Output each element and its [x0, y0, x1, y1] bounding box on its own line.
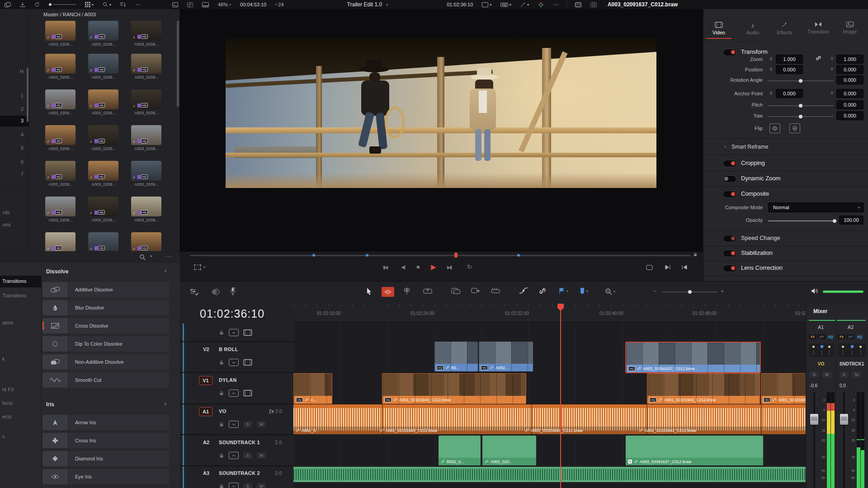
viewer-mode-icon-2[interactable] [187, 2, 193, 7]
tab-audio[interactable]: ♪ Audio [739, 22, 766, 35]
section-title-composite[interactable]: Composite [741, 190, 769, 197]
timeline-clip-v2[interactable]: HQA002... [479, 342, 533, 371]
viewer-mode-icon-3[interactable] [202, 2, 209, 7]
marquee-tool-icon[interactable]: ▾ [194, 264, 205, 270]
media-clip-thumbnail[interactable]: ♪HQ [45, 161, 75, 181]
lens-correction-toggle[interactable] [723, 265, 736, 272]
transition-item-blur-dissolve[interactable]: Blur Dissolve [42, 300, 169, 315]
bin-group-item[interactable]: rds [3, 210, 9, 215]
composite-toggle[interactable] [723, 191, 736, 198]
mixer-ch1-fader-slot[interactable] [813, 392, 815, 488]
timeline-clip-v1[interactable]: HQA001_02101943_C212.braw [382, 373, 526, 404]
transition-item-dip-to-color-dissolve[interactable]: Dip To Color Dissolve [42, 336, 169, 352]
rail-item[interactable]: ht FX [2, 387, 14, 392]
stabilization-toggle[interactable] [723, 250, 736, 257]
mixer-ch2-fader-slot[interactable] [843, 392, 845, 488]
inspector-image-panel-icon[interactable] [575, 2, 581, 7]
auto-select-icon[interactable]: ‹› [229, 483, 239, 488]
media-clip-thumbnail[interactable]: ♪HQ [45, 197, 75, 216]
transport-play-button[interactable]: ▶ [431, 263, 436, 271]
collapse-icon[interactable]: ∧ [164, 268, 167, 273]
mute-button[interactable]: M [257, 421, 266, 427]
timeline-clip-a2[interactable]: fx A003_02091637_C012.braw [626, 436, 763, 465]
dynamic-zoom-toggle[interactable] [723, 175, 736, 183]
goto-in-icon[interactable] [681, 265, 687, 270]
transition-item-cross-iris[interactable]: Cross Iris [42, 433, 169, 448]
track-a1-badge[interactable]: A1 [199, 407, 212, 416]
position-y-field[interactable]: 0.000 [836, 65, 863, 74]
lock-icon[interactable] [219, 422, 224, 427]
goto-out-icon[interactable] [665, 265, 671, 270]
media-clip-thumbnail[interactable]: ♪HQ [88, 54, 118, 74]
scrubber-marker-blue[interactable] [366, 254, 368, 257]
media-clip-thumbnail[interactable]: ♪HQ [88, 21, 118, 41]
transport-reverse-button[interactable]: ◀ [401, 264, 405, 270]
fit-to-fill-icon[interactable] [491, 287, 500, 295]
mixer-ch2-pan[interactable] [838, 343, 866, 357]
tab-image[interactable]: Image [836, 22, 863, 34]
thumbnail-size-slider[interactable] [49, 3, 76, 6]
lock-icon[interactable] [219, 360, 224, 365]
scrubber-marker-blue[interactable] [517, 254, 520, 257]
composite-mode-select[interactable]: Normal ▾ [768, 202, 864, 212]
timeline-clip-v1[interactable]: HQA001_02101943_C212.braw [647, 373, 760, 404]
sort-icon[interactable] [120, 2, 126, 7]
media-clip-thumbnail[interactable]: ♪HQ [45, 54, 75, 74]
mute-button[interactable]: M [257, 483, 266, 488]
track-v2-badge[interactable]: V2 [200, 345, 212, 353]
bin-item[interactable]: 4 [21, 132, 24, 137]
track-a3-badge[interactable]: A3 [200, 469, 212, 477]
marker-icon[interactable]: ▾ [580, 287, 588, 295]
mic-icon[interactable] [230, 287, 236, 296]
media-pool-toggle-icon[interactable] [5, 2, 11, 7]
breadcrumb[interactable]: Master / RANCH / A003 [43, 12, 96, 17]
zoom-y-field[interactable]: 1.000 [836, 55, 863, 64]
rail-item[interactable]: k [2, 356, 5, 361]
lock-icon[interactable] [219, 483, 224, 488]
flag-icon[interactable]: ▾ [559, 287, 568, 295]
zoom-x-field[interactable]: 1.000 [776, 55, 803, 64]
media-clip-thumbnail[interactable]: ♪HQ [45, 125, 75, 145]
rotation-slider[interactable] [768, 80, 834, 81]
wand-icon[interactable]: ▾ [520, 2, 529, 7]
section-title-dynamic-zoom[interactable]: Dynamic Zoom [741, 175, 780, 182]
yaw-slider[interactable] [768, 116, 834, 117]
tab-transition[interactable]: Transition [805, 22, 832, 34]
razor-tool-icon[interactable] [403, 287, 410, 295]
transport-loop-button[interactable]: ↻ [467, 263, 472, 270]
transition-item-arrow-iris[interactable]: Arrow Iris [42, 415, 169, 430]
anchor-x-field[interactable]: 0.000 [776, 89, 803, 98]
dynamics-chip[interactable]: DY [847, 334, 854, 339]
trim-edit-mode-icon[interactable] [382, 287, 394, 297]
timeline-clip-v1[interactable]: HQA... [293, 373, 332, 404]
timeline-ruler[interactable]: 01:02:16:00 01:02:24:00 01:02:32:00 01:0… [293, 304, 806, 322]
timeline-zoom-icon[interactable]: ▾ [605, 288, 615, 295]
position-x-field[interactable]: 0.000 [776, 65, 803, 74]
filmstrip-icon[interactable] [243, 329, 252, 336]
media-clip-thumbnail[interactable]: ♪HQ [131, 89, 161, 109]
transition-item-smooth-cut[interactable]: Smooth Cut [42, 372, 169, 388]
section-title-smart-reframe[interactable]: Smart Reframe [731, 144, 768, 150]
bin-item[interactable]: 1 [21, 93, 24, 99]
viewer-resize-icon[interactable] [646, 265, 653, 270]
mixer-ch1-pan[interactable] [809, 343, 834, 357]
bin-item[interactable]: H [20, 69, 24, 74]
track-a3-content[interactable] [293, 467, 806, 482]
track-v2-name[interactable]: B ROLL [219, 347, 238, 352]
section-title-speed-change[interactable]: Speed Change [741, 235, 780, 241]
mute-button[interactable]: M [852, 371, 861, 378]
stacked-timelines-icon[interactable] [210, 288, 220, 296]
media-clip-thumbnail[interactable]: ♪HQ [45, 21, 75, 41]
smart-reframe-chevron-icon[interactable]: › [724, 143, 726, 150]
transition-item-eye-iris[interactable]: Eye Iris [42, 469, 169, 484]
track-v1-badge[interactable]: V1 [199, 376, 212, 385]
sync-icon[interactable] [34, 2, 40, 7]
transition-item-cross-dissolve[interactable]: Cross Dissolve [42, 318, 169, 333]
rail-item[interactable]: Transitions [2, 293, 26, 298]
chevron-down-icon[interactable]: ▾ [150, 254, 152, 258]
lock-icon[interactable] [219, 390, 224, 396]
proxy-quality-icon[interactable]: HQ ▾ [500, 3, 511, 7]
bin-item[interactable]: 2 [21, 106, 24, 112]
grid-scrollbar[interactable] [177, 21, 179, 107]
pitch-field[interactable]: 0.000 [836, 100, 863, 109]
